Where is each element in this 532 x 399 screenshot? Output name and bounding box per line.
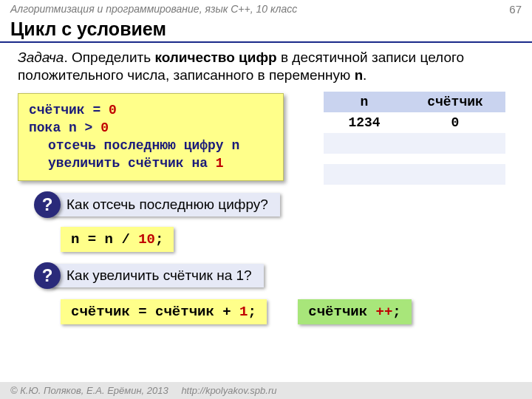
question-2-text: Как увеличить счётчик на 1? [50, 264, 264, 287]
code-snippet-3: счётчик ++; [298, 299, 411, 324]
question-1-text: Как отсечь последнюю цифру? [50, 193, 280, 216]
trace-row [324, 133, 505, 154]
task-var: n [355, 68, 363, 84]
algo-line-3: отсечь последнюю цифру n [29, 137, 273, 154]
question-mark-icon: ? [34, 262, 61, 289]
trace-gap [324, 154, 505, 164]
question-mark-icon: ? [34, 191, 61, 218]
task-key: количество цифр [154, 50, 276, 65]
question-2: ? Как увеличить счётчик на 1? [34, 262, 514, 289]
trace-col-n: n [324, 95, 405, 109]
page-number: 67 [509, 3, 522, 16]
algo-line-4: увеличить счётчик на 1 [29, 154, 273, 172]
header-bar: Алгоритмизация и программирование, язык … [0, 0, 532, 16]
snippet-row: счётчик = счётчик + 1; счётчик ++; [18, 290, 514, 324]
copyright: © К.Ю. Поляков, Е.А. Ерёмин, 2013 [10, 385, 168, 396]
page-title: Цикл с условием [0, 16, 532, 43]
trace-header: n счётчик [324, 92, 505, 112]
algo-line-1: счётчик = 0 [29, 101, 273, 119]
trace-row [324, 164, 505, 185]
footer-link: http://kpolyakov.spb.ru [181, 385, 276, 396]
question-1: ? Как отсечь последнюю цифру? [34, 191, 514, 218]
task-statement: Задача. Определить количество цифр в дес… [0, 49, 532, 93]
code-snippet-1: n = n / 10; [61, 227, 174, 252]
footer: © К.Ю. Поляков, Е.А. Ерёмин, 2013 http:/… [0, 382, 532, 399]
trace-col-counter: счётчик [405, 95, 505, 109]
trace-table: n счётчик 1234 0 [324, 92, 505, 185]
code-snippet-2: счётчик = счётчик + 1; [61, 299, 267, 324]
algo-line-2: пока n > 0 [29, 119, 273, 137]
content-area: счётчик = 0 пока n > 0 отсечь последнюю … [0, 93, 532, 324]
algorithm-box: счётчик = 0 пока n > 0 отсечь последнюю … [18, 93, 284, 181]
course-name: Алгоритмизация и программирование, язык … [10, 3, 297, 16]
trace-row: 1234 0 [324, 112, 505, 133]
task-lead: Задача [18, 50, 64, 65]
